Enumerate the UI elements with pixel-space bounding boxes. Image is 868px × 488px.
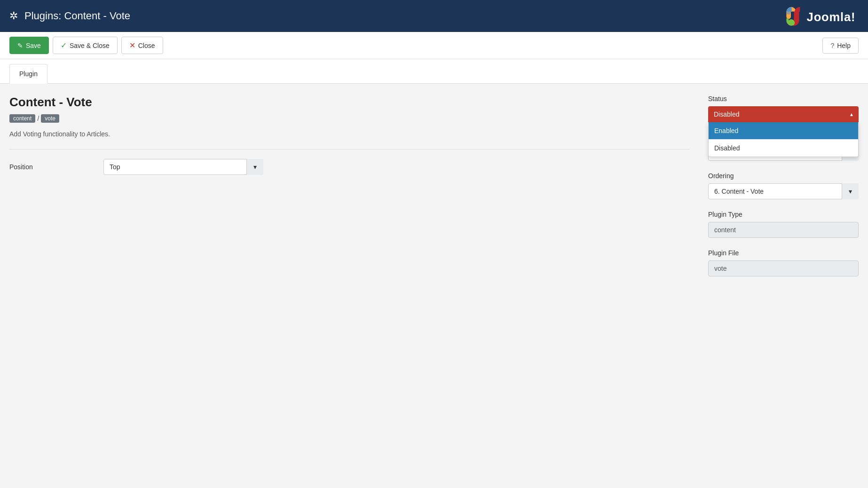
status-option-enabled-label: Enabled — [714, 127, 738, 134]
svg-point-0 — [786, 10, 791, 15]
status-option-enabled[interactable]: Enabled — [709, 122, 858, 140]
status-option-disabled[interactable]: Disabled — [709, 140, 858, 157]
status-dropdown-container: Disabled ▴ Enabled Disabled — [708, 106, 859, 122]
plugin-type-label: Plugin Type — [708, 211, 859, 218]
plugin-file-section: Plugin File — [708, 249, 859, 276]
save-button[interactable]: ✎ Save — [9, 37, 49, 54]
toolbar-buttons: ✎ Save ✓ Save & Close ✕ Close — [9, 37, 163, 54]
left-panel: Content - Vote content / vote Add Voting… — [9, 95, 689, 485]
joomla-logo: Joomla! — [783, 5, 859, 27]
save-close-label: Save & Close — [70, 42, 110, 49]
plugin-file-label: Plugin File — [708, 249, 859, 257]
plugin-type-section: Plugin Type — [708, 211, 859, 238]
ordering-section: Ordering 6. Content - Vote ▾ — [708, 172, 859, 199]
position-select[interactable]: Top — [103, 159, 263, 175]
header-left: ✲ Plugins: Content - Vote — [9, 10, 130, 22]
tab-plugin-label: Plugin — [19, 70, 38, 78]
save-close-button[interactable]: ✓ Save & Close — [53, 37, 118, 54]
toolbar: ✎ Save ✓ Save & Close ✕ Close ? Help — [0, 32, 868, 59]
position-control: Top ▾ — [103, 159, 263, 175]
plugin-type-field — [708, 222, 859, 238]
tabs-container: Plugin — [0, 59, 868, 84]
tag-vote: vote — [41, 114, 59, 123]
tag-separator: / — [37, 115, 39, 122]
main-content: Content - Vote content / vote Add Voting… — [0, 84, 868, 488]
save-label: Save — [26, 42, 41, 49]
status-selected[interactable]: Disabled ▴ — [708, 106, 859, 122]
position-row: Position Top ▾ — [9, 159, 689, 175]
right-panel: Status Disabled ▴ Enabled Disabled Acces — [708, 95, 859, 485]
page-title: Plugins: Content - Vote — [24, 10, 130, 22]
divider — [9, 149, 689, 150]
svg-text:Joomla!: Joomla! — [807, 10, 856, 24]
close-button[interactable]: ✕ Close — [121, 37, 163, 54]
save-icon: ✎ — [17, 42, 23, 49]
help-button[interactable]: ? Help — [822, 38, 859, 54]
tag-content: content — [9, 114, 35, 123]
close-icon: ✕ — [129, 41, 135, 50]
close-label: Close — [138, 42, 155, 49]
help-button-wrapper: ? Help — [822, 38, 859, 54]
status-selected-text: Disabled — [714, 110, 739, 118]
position-select-wrapper: Top ▾ — [103, 159, 263, 175]
status-arrow-up-icon: ▴ — [850, 111, 853, 118]
ordering-label: Ordering — [708, 172, 859, 180]
tab-plugin[interactable]: Plugin — [9, 64, 47, 84]
help-label: Help — [837, 42, 851, 49]
position-label: Position — [9, 163, 103, 171]
page-header: ✲ Plugins: Content - Vote Joomla! — [0, 0, 868, 32]
plugin-file-field — [708, 260, 859, 276]
plugin-title: Content - Vote — [9, 95, 689, 110]
ordering-select-wrapper: 6. Content - Vote ▾ — [708, 183, 859, 199]
question-icon: ? — [830, 42, 834, 49]
plugin-description: Add Voting functionality to Articles. — [9, 130, 689, 138]
ordering-select[interactable]: 6. Content - Vote — [708, 183, 859, 199]
plugin-icon: ✲ — [9, 10, 18, 22]
check-icon: ✓ — [61, 41, 67, 50]
status-label: Status — [708, 95, 859, 102]
status-section: Status Disabled ▴ Enabled Disabled — [708, 95, 859, 122]
tabs: Plugin — [9, 59, 859, 83]
plugin-tags: content / vote — [9, 114, 689, 123]
status-option-disabled-label: Disabled — [714, 144, 740, 152]
status-options-list: Enabled Disabled — [708, 122, 859, 157]
